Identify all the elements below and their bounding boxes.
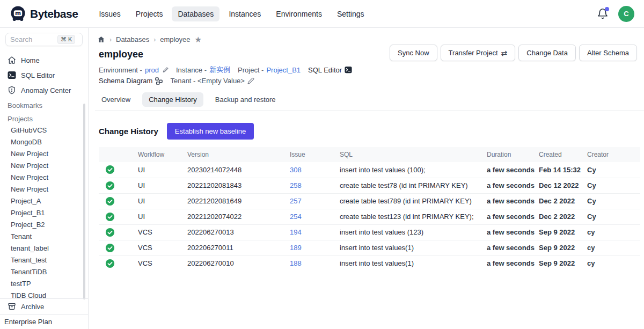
bookmark-star-icon[interactable]: ★ xyxy=(195,36,202,43)
status-cell xyxy=(99,193,138,209)
breadcrumb-databases[interactable]: Databases xyxy=(116,35,149,43)
sidebar-project-project-a[interactable]: Project_A xyxy=(0,195,88,207)
column-header-created: Created xyxy=(539,147,587,162)
sidebar-item-home[interactable]: Home xyxy=(0,53,88,68)
sidebar-item-sql-editor[interactable]: SQL Editor xyxy=(0,68,88,83)
table-header-row: WorkflowVersionIssueSQLDurationCreatedCr… xyxy=(99,147,640,162)
bytebase-logo[interactable]: m Bytebase xyxy=(10,5,78,22)
page-actions: Sync NowTransfer Project⇄Change DataAlte… xyxy=(390,45,637,61)
table-row[interactable]: VCS202206270013194insert into test value… xyxy=(99,224,640,240)
instance-meta: Instance - 新实例 xyxy=(176,65,230,75)
establish-new-baseline-button[interactable]: Establish new baseline xyxy=(167,123,254,140)
action-button-label: Sync Now xyxy=(398,49,429,57)
notifications-bell-icon[interactable] xyxy=(597,8,609,20)
instance-link[interactable]: 新实例 xyxy=(209,65,230,75)
sidebar-scrollbar[interactable] xyxy=(83,104,85,299)
sql-editor-shortcut[interactable]: SQL Editor xyxy=(308,66,352,74)
schema-diagram-shortcut[interactable]: Schema Diagram xyxy=(99,77,163,85)
status-done-icon xyxy=(105,181,134,191)
duration-cell: a few seconds xyxy=(487,240,539,255)
issue-cell: 194 xyxy=(290,224,340,240)
sidebar-project-githubvcs[interactable]: GitHubVCS xyxy=(0,125,88,136)
issue-link[interactable]: 194 xyxy=(290,228,302,236)
duration-cell: a few seconds xyxy=(487,224,539,240)
nav-item-instances[interactable]: Instances xyxy=(223,6,267,21)
sidebar-project-tenant[interactable]: Tenant xyxy=(0,231,88,243)
change-history-table-wrap: WorkflowVersionIssueSQLDurationCreatedCr… xyxy=(99,147,640,271)
brand-name: Bytebase xyxy=(30,8,78,20)
sidebar-project-project-b1[interactable]: Project_B1 xyxy=(0,207,88,219)
nav-item-projects[interactable]: Projects xyxy=(130,6,169,21)
sidebar-project-tenanttidb[interactable]: TenantTiDB xyxy=(0,266,88,278)
action-button-label: Change Data xyxy=(526,49,568,57)
workflow-cell: UI xyxy=(138,178,187,193)
nav-item-issues[interactable]: Issues xyxy=(93,6,126,21)
search-input[interactable] xyxy=(10,35,55,43)
sidebar-project-list: GitHubVCSMongoDBNew ProjectNew ProjectNe… xyxy=(0,125,88,302)
action-button-change-data[interactable]: Change Data xyxy=(518,45,576,61)
edit-pen-icon[interactable] xyxy=(162,67,169,74)
search-box[interactable]: ⌘ K xyxy=(5,33,83,46)
workflow-cell: VCS xyxy=(138,255,187,271)
main-nav: IssuesProjectsDatabasesInstancesEnvironm… xyxy=(93,6,370,21)
issue-link[interactable]: 254 xyxy=(290,213,302,221)
action-button-label: Alter Schema xyxy=(587,49,629,57)
action-button-transfer-project[interactable]: Transfer Project⇄ xyxy=(441,45,516,61)
sidebar-project-new-project[interactable]: New Project xyxy=(0,172,88,184)
issue-link[interactable]: 258 xyxy=(290,181,302,189)
creator-cell: Cy xyxy=(587,178,640,193)
breadcrumb-employee[interactable]: employee xyxy=(160,35,190,43)
section-title: Change History xyxy=(99,127,158,136)
sidebar-project-new-project[interactable]: New Project xyxy=(0,160,88,172)
tab-change-history[interactable]: Change History xyxy=(142,92,203,107)
issue-link[interactable]: 189 xyxy=(290,244,302,252)
nav-item-settings[interactable]: Settings xyxy=(331,6,370,21)
project-link[interactable]: Project_B1 xyxy=(266,66,301,74)
table-row[interactable]: VCS202206270011189insert into test value… xyxy=(99,240,640,255)
workflow-cell: UI xyxy=(138,193,187,209)
creator-cell: Cy xyxy=(587,193,640,209)
creator-cell: Cy xyxy=(587,209,640,224)
sidebar-project-tenant-test[interactable]: Tenant_test xyxy=(0,254,88,266)
issue-link[interactable]: 257 xyxy=(290,197,302,205)
svg-text:m: m xyxy=(15,10,21,17)
table-row[interactable]: VCS202206270010188insert into test value… xyxy=(99,255,640,271)
sidebar-project-new-project[interactable]: New Project xyxy=(0,148,88,160)
sidebar-item-archive[interactable]: Archive xyxy=(0,299,88,314)
action-button-sync-now[interactable]: Sync Now xyxy=(390,45,437,61)
table-row[interactable]: UI20221202074022254create table test123 … xyxy=(99,209,640,224)
main-content: › Databases › employee ★ employee Enviro… xyxy=(89,28,644,329)
status-cell xyxy=(99,224,138,240)
sidebar-project-project-b2[interactable]: Project_B2 xyxy=(0,219,88,231)
table-row[interactable]: UI20230214072448308insert into test valu… xyxy=(99,162,640,178)
sidebar-project-testtp[interactable]: testTP xyxy=(0,278,88,290)
navbar-right: C xyxy=(597,6,634,22)
nav-item-databases[interactable]: Databases xyxy=(172,6,219,21)
avatar[interactable]: C xyxy=(618,6,634,22)
action-button-label: Transfer Project xyxy=(449,49,498,57)
environment-link[interactable]: prod xyxy=(145,66,159,74)
duration-cell: a few seconds xyxy=(487,178,539,193)
breadcrumb-home-icon[interactable] xyxy=(97,35,105,43)
sidebar-item-label: SQL Editor xyxy=(21,71,55,79)
table-row[interactable]: UI20221202081843258create table test78 (… xyxy=(99,178,640,193)
issue-link[interactable]: 188 xyxy=(290,259,302,267)
column-header-workflow: Workflow xyxy=(138,147,187,162)
tab-overview[interactable]: Overview xyxy=(95,92,137,107)
column-header-duration: Duration xyxy=(487,147,539,162)
table-row[interactable]: UI20221202081649257create table test789 … xyxy=(99,193,640,209)
status-cell xyxy=(99,178,138,193)
tab-backup-and-restore[interactable]: Backup and restore xyxy=(209,92,282,107)
sidebar-project-new-project[interactable]: New Project xyxy=(0,184,88,195)
sidebar-item-label: Home xyxy=(21,56,40,64)
sidebar-project-mongodb[interactable]: MongoDB xyxy=(0,136,88,148)
sidebar-project-tenant-label[interactable]: tenant_label xyxy=(0,243,88,254)
issue-link[interactable]: 308 xyxy=(290,166,302,174)
schema-diagram-icon xyxy=(155,77,163,85)
edit-pencil-icon[interactable] xyxy=(247,77,254,84)
sidebar-item-label: Anomaly Center xyxy=(21,86,71,94)
sidebar-item-anomaly-center[interactable]: Anomaly Center xyxy=(0,83,88,98)
action-button-alter-schema[interactable]: Alter Schema xyxy=(579,45,637,61)
sql-cell: insert into test values (100); xyxy=(340,162,487,178)
nav-item-environments[interactable]: Environments xyxy=(270,6,328,21)
